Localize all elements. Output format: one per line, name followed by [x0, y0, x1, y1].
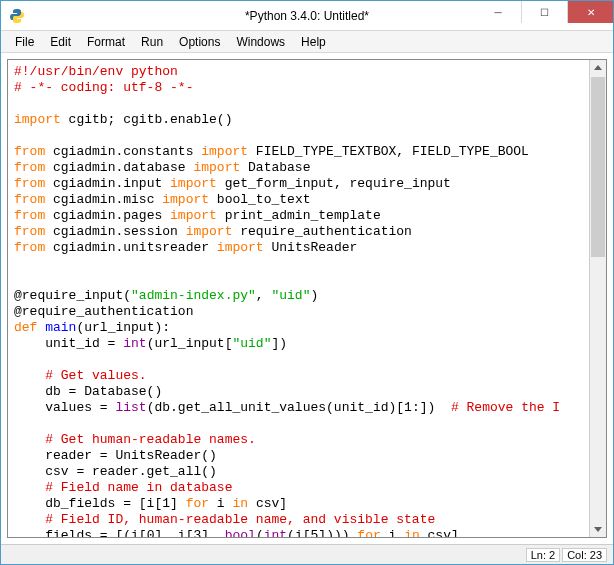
code-token: import: [14, 112, 61, 127]
maximize-button[interactable]: ☐: [521, 1, 567, 23]
code-line: db = Database(): [14, 384, 162, 399]
code-token: i: [209, 496, 232, 511]
code-token: (i[: [287, 528, 310, 537]
menu-edit[interactable]: Edit: [42, 33, 79, 51]
code-token: cgiadmin.constants: [45, 144, 201, 159]
code-token: FIELD_TYPE_TEXTBOX, FIELD_TYPE_BOOL: [248, 144, 529, 159]
code-line: # Field ID, human-readable name, and vis…: [14, 512, 435, 527]
code-token: db_fields = [i[: [14, 496, 162, 511]
code-token: cgiadmin.misc: [45, 192, 162, 207]
code-token: import: [162, 192, 209, 207]
code-token: from: [14, 192, 45, 207]
code-token: cgiadmin.session: [45, 224, 185, 239]
vertical-scrollbar[interactable]: [589, 60, 606, 537]
code-token: import: [170, 208, 217, 223]
code-line: @require_authentication: [14, 304, 193, 319]
code-token: main: [45, 320, 76, 335]
code-token: ]): [271, 336, 287, 351]
code-token: from: [14, 176, 45, 191]
code-line: # -*- coding: utf-8 -*-: [14, 80, 193, 95]
code-token: from: [14, 240, 45, 255]
menu-file[interactable]: File: [7, 33, 42, 51]
code-token: def: [14, 320, 37, 335]
code-token: cgiadmin.input: [45, 176, 170, 191]
code-token: "uid": [271, 288, 310, 303]
window-controls: ─ ☐ ✕: [475, 1, 613, 30]
code-line: csv = reader.get_all(): [14, 464, 217, 479]
code-token: (: [123, 288, 131, 303]
editor-area: #!/usr/bin/env python # -*- coding: utf-…: [7, 59, 607, 538]
code-token: for: [357, 528, 380, 537]
code-token: list: [115, 400, 146, 415]
code-token: values =: [14, 400, 115, 415]
code-token: (url_input[: [147, 336, 233, 351]
menubar: File Edit Format Run Options Windows Hel…: [1, 31, 613, 53]
code-token: ): [310, 288, 318, 303]
status-line: Ln: 2: [526, 548, 560, 562]
close-button[interactable]: ✕: [567, 1, 613, 23]
code-token: ], i[: [154, 528, 193, 537]
code-token: int: [264, 528, 287, 537]
statusbar: Ln: 2 Col: 23: [1, 544, 613, 564]
code-token: ,: [256, 288, 272, 303]
code-line: # Get values.: [14, 368, 147, 383]
menu-options[interactable]: Options: [171, 33, 228, 51]
code-token: int: [123, 336, 146, 351]
code-token: cgiadmin.pages: [45, 208, 170, 223]
code-token: csv]: [248, 496, 287, 511]
code-token: get_form_input, require_input: [217, 176, 451, 191]
code-token: csv]: [420, 528, 459, 537]
code-token: import: [186, 224, 233, 239]
code-line: # Get human-readable names.: [14, 432, 256, 447]
code-token: ]: [170, 496, 186, 511]
code-token: "uid": [232, 336, 271, 351]
code-token: (db.get_all_unit_values(unit_id)[: [147, 400, 404, 415]
code-token: import: [193, 160, 240, 175]
code-token: import: [217, 240, 264, 255]
code-token: unit_id =: [14, 336, 123, 351]
code-token: cgitb; cgitb.enable(): [61, 112, 233, 127]
code-token: ],: [201, 528, 224, 537]
code-token: bool: [225, 528, 256, 537]
code-token: (url_input):: [76, 320, 170, 335]
code-token: Database: [240, 160, 310, 175]
code-line: #!/usr/bin/env python: [14, 64, 178, 79]
titlebar: *Python 3.4.0: Untitled* ─ ☐ ✕: [1, 1, 613, 31]
code-token: from: [14, 160, 45, 175]
code-token: cgiadmin.unitsreader: [45, 240, 217, 255]
code-token: require_authentication: [232, 224, 411, 239]
code-token: @require_input: [14, 288, 123, 303]
code-token: UnitsReader: [264, 240, 358, 255]
menu-windows[interactable]: Windows: [228, 33, 293, 51]
code-line: reader = UnitsReader(): [14, 448, 217, 463]
menu-help[interactable]: Help: [293, 33, 334, 51]
code-token: (: [256, 528, 264, 537]
minimize-button[interactable]: ─: [475, 1, 521, 23]
code-token: :]): [412, 400, 451, 415]
code-token: from: [14, 224, 45, 239]
code-token: print_admin_template: [217, 208, 381, 223]
menu-run[interactable]: Run: [133, 33, 171, 51]
code-token: 1: [162, 496, 170, 511]
code-token: for: [186, 496, 209, 511]
code-token: ]))): [318, 528, 357, 537]
code-token: cgiadmin.database: [45, 160, 193, 175]
code-token: from: [14, 208, 45, 223]
code-token: 1: [404, 400, 412, 415]
code-line: # Field name in database: [14, 480, 232, 495]
code-token: i: [381, 528, 404, 537]
app-icon: [9, 8, 25, 24]
code-token: fields = [(i[: [14, 528, 147, 537]
code-token: # Remove the I: [451, 400, 560, 415]
code-token: import: [201, 144, 248, 159]
code-token: import: [170, 176, 217, 191]
scrollbar-thumb[interactable]: [591, 77, 605, 257]
code-token: "admin-index.py": [131, 288, 256, 303]
menu-format[interactable]: Format: [79, 33, 133, 51]
code-editor[interactable]: #!/usr/bin/env python # -*- coding: utf-…: [8, 60, 589, 537]
status-col: Col: 23: [562, 548, 607, 562]
code-token: bool_to_text: [209, 192, 310, 207]
code-token: in: [232, 496, 248, 511]
code-token: in: [404, 528, 420, 537]
code-token: from: [14, 144, 45, 159]
